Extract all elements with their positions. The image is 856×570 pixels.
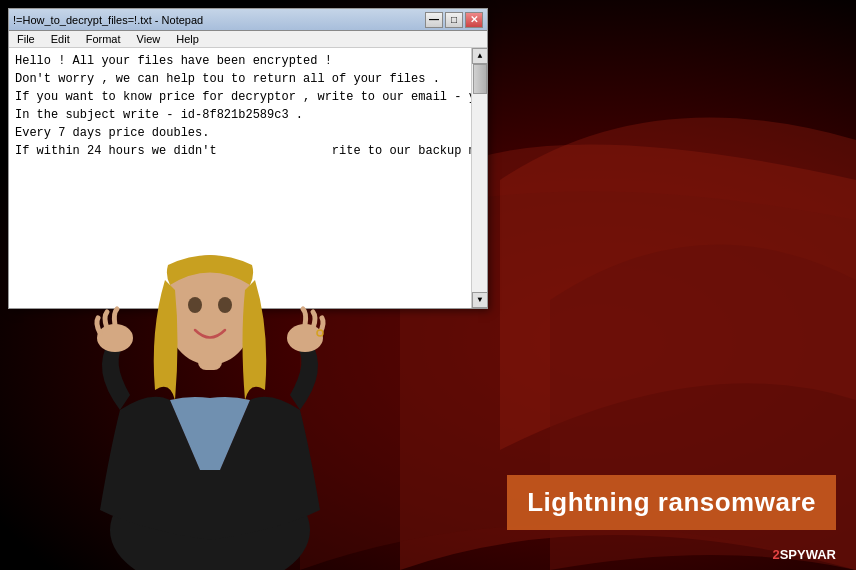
svg-point-3	[188, 297, 202, 313]
spywar-logo-text: SPYWAR	[780, 547, 836, 562]
notepad-title: !=How_to_decrypt_files=!.txt - Notepad	[13, 14, 203, 26]
minimize-button[interactable]: —	[425, 12, 443, 28]
scrollbar-down-arrow[interactable]: ▼	[472, 292, 487, 308]
menu-help[interactable]: Help	[172, 32, 203, 46]
svg-point-5	[97, 324, 133, 352]
notepad-menubar: File Edit Format View Help	[9, 31, 487, 48]
notepad-scrollbar[interactable]: ▲ ▼	[471, 48, 487, 308]
ransomware-label-box: Lightning ransomware	[507, 475, 836, 530]
spywar-logo-two: 2	[772, 547, 779, 562]
scene: !=How_to_decrypt_files=!.txt - Notepad —…	[0, 0, 856, 570]
svg-point-4	[218, 297, 232, 313]
close-button[interactable]: ✕	[465, 12, 483, 28]
maximize-button[interactable]: □	[445, 12, 463, 28]
notepad-text-area: Hello ! All your files have been encrypt…	[15, 52, 481, 160]
notepad-titlebar: !=How_to_decrypt_files=!.txt - Notepad —…	[9, 9, 487, 31]
menu-view[interactable]: View	[133, 32, 165, 46]
ransomware-title: Lightning ransomware	[527, 487, 816, 517]
text-line-7: Every 7 days price doubles.	[15, 124, 461, 142]
svg-point-6	[287, 324, 323, 352]
menu-edit[interactable]: Edit	[47, 32, 74, 46]
text-line-8: If within 24 hours we didn't rite to our…	[15, 142, 461, 160]
menu-format[interactable]: Format	[82, 32, 125, 46]
woman-figure	[60, 190, 360, 570]
notepad-controls: — □ ✕	[425, 12, 483, 28]
text-line-3: If you want to know price for decryptor …	[15, 88, 461, 106]
spywar-branding: 2SPYWAR	[772, 547, 836, 562]
scrollbar-thumb[interactable]	[473, 64, 487, 94]
menu-file[interactable]: File	[13, 32, 39, 46]
scrollbar-up-arrow[interactable]: ▲	[472, 48, 487, 64]
text-line-4: In the subject write - id-8f821b2589c3 .	[15, 106, 461, 124]
text-line-2: Don't worry , we can help tou to return …	[15, 70, 461, 88]
text-line-1: Hello ! All your files have been encrypt…	[15, 52, 461, 70]
